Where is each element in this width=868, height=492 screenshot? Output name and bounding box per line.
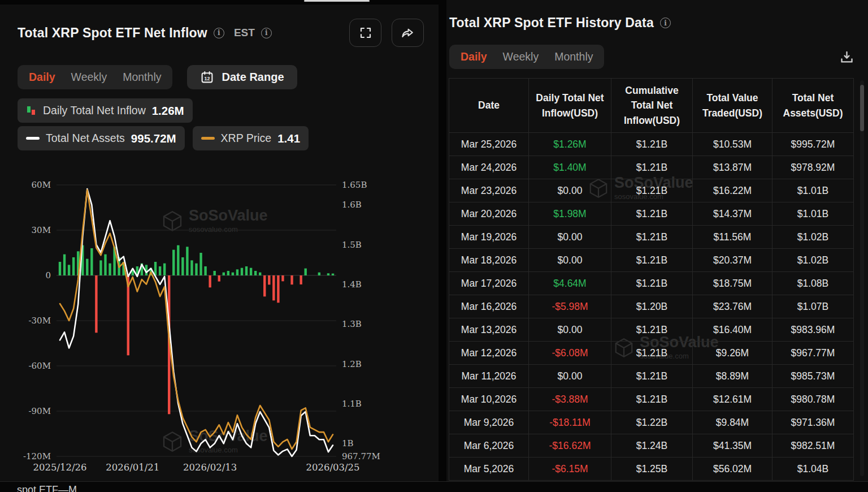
legend-daily-net-inflow[interactable]: Daily Total Net Inflow 1.26M xyxy=(18,98,193,123)
svg-text:2026/01/21: 2026/01/21 xyxy=(106,462,159,473)
cell-value: $995.72M xyxy=(772,133,854,156)
cell-date: Mar 25,2026 xyxy=(449,133,529,156)
svg-text:1.65B: 1.65B xyxy=(342,180,367,190)
table-row: Mar 5,2026-$6.15M$1.25B$56.02M$1.04B xyxy=(449,458,854,481)
cell-date: Mar 9,2026 xyxy=(449,411,529,434)
table-row: Mar 9,2026-$18.11M$1.22B$9.84M$971.36M xyxy=(449,411,854,434)
net-inflow-chart-panel: SoSoValue sosovalue.com SoSoValue sosova… xyxy=(0,5,439,481)
cell-value: $1.25B xyxy=(611,458,693,481)
cell-date: Mar 24,2026 xyxy=(449,156,529,179)
tab-weekly[interactable]: Weekly xyxy=(64,67,115,87)
svg-text:1.1B: 1.1B xyxy=(342,399,362,409)
table-row: Mar 19,2026$0.00$1.21B$11.56M$1.02B xyxy=(449,226,854,249)
assets-line-icon xyxy=(26,137,40,140)
cell-value: $1.21B xyxy=(611,388,693,411)
cell-value: -$6.15M xyxy=(529,458,611,481)
cell-value: $12.61M xyxy=(693,388,772,411)
legend-value: 995.72M xyxy=(131,132,176,145)
info-icon[interactable]: i xyxy=(261,28,272,38)
svg-text:2025/12/26: 2025/12/26 xyxy=(33,462,86,473)
cell-value: $1.21B xyxy=(611,365,693,388)
cell-value: $20.37M xyxy=(693,249,772,272)
cell-value: $1.04B xyxy=(772,458,854,481)
fullscreen-icon xyxy=(359,26,372,40)
cell-value: $8.89M xyxy=(693,365,772,388)
cell-date: Mar 17,2026 xyxy=(449,272,529,295)
table-scrollbar-thumb[interactable] xyxy=(860,85,864,131)
cell-date: Mar 19,2026 xyxy=(449,226,529,249)
history-table-container[interactable]: Date Daily Total Net Inflow(USD) Cumulat… xyxy=(449,78,859,481)
tab-daily[interactable]: Daily xyxy=(453,47,494,67)
history-table-body: Mar 25,2026$1.26M$1.21B$10.53M$995.72MMa… xyxy=(449,133,854,481)
svg-text:1.4B: 1.4B xyxy=(342,279,362,290)
cell-value: $0.00 xyxy=(529,365,611,388)
svg-text:2026/02/13: 2026/02/13 xyxy=(183,462,237,473)
svg-text:30M: 30M xyxy=(32,225,51,235)
svg-text:0: 0 xyxy=(45,270,51,280)
table-row: Mar 18,2026$0.00$1.21B$20.37M$1.02B xyxy=(449,249,854,272)
svg-text:1.2B: 1.2B xyxy=(342,359,362,369)
cell-value: -$5.98M xyxy=(529,295,611,318)
tab-monthly[interactable]: Monthly xyxy=(547,47,600,67)
table-scrollbar-track[interactable] xyxy=(860,80,864,476)
history-data-panel: SoSoValue sosovalue.com SoSoValue sosova… xyxy=(446,0,868,481)
legend-xrp-price[interactable]: XRP Price 1.41 xyxy=(193,126,309,150)
calendar-day-label: 12 xyxy=(205,76,210,81)
table-row: Mar 11,2026$0.00$1.21B$8.89M$985.73M xyxy=(449,365,854,388)
cell-value: $1.07B xyxy=(772,295,854,318)
cell-value: $0.00 xyxy=(529,249,611,272)
legend-value: 1.26M xyxy=(152,104,184,118)
col-header-net-assets: Total Net Assets(USD) xyxy=(772,79,854,133)
table-row: Mar 16,2026-$5.98M$1.20B$23.76M$1.07B xyxy=(449,295,854,318)
cell-value: $1.21B xyxy=(611,179,693,202)
download-icon xyxy=(839,50,854,65)
tab-daily[interactable]: Daily xyxy=(21,67,63,87)
svg-text:1.5B: 1.5B xyxy=(342,240,362,250)
partial-footer-text: spot ETF—M xyxy=(17,484,77,492)
cell-date: Mar 12,2026 xyxy=(449,342,529,365)
cell-value: $9.84M xyxy=(693,411,772,434)
cell-value: -$3.88M xyxy=(529,388,611,411)
bottom-divider xyxy=(0,481,868,492)
table-row: Mar 25,2026$1.26M$1.21B$10.53M$995.72M xyxy=(449,133,854,156)
cell-value: $0.00 xyxy=(529,179,611,202)
fullscreen-button[interactable] xyxy=(349,19,381,47)
cell-value: $11.56M xyxy=(693,226,772,249)
share-button[interactable] xyxy=(392,19,424,47)
table-row: Mar 20,2026$1.98M$1.21B$14.37M$1.01B xyxy=(449,202,854,226)
cell-value: $1.21B xyxy=(611,272,693,295)
share-icon xyxy=(400,26,415,40)
tab-weekly[interactable]: Weekly xyxy=(496,47,546,67)
cell-value: $1.20B xyxy=(611,295,693,318)
calendar-icon: 12 xyxy=(200,70,214,84)
cell-value: $1.24B xyxy=(611,434,693,458)
cell-value: $1.01B xyxy=(772,202,854,226)
cell-value: -$18.11M xyxy=(529,411,611,434)
legend-total-net-assets[interactable]: Total Net Assets 995.72M xyxy=(18,126,185,150)
table-period-tabs: Daily Weekly Monthly xyxy=(449,45,604,69)
date-range-button[interactable]: 12 Date Range xyxy=(187,65,297,89)
cell-date: Mar 16,2026 xyxy=(449,295,529,318)
chart-title: Total XRP Spot ETF Net Inflow xyxy=(18,25,207,41)
svg-text:1.3B: 1.3B xyxy=(342,319,362,329)
svg-text:-60M: -60M xyxy=(28,361,51,371)
info-icon[interactable]: i xyxy=(214,28,224,38)
timezone-label: EST xyxy=(234,27,255,39)
cell-value: $1.01B xyxy=(772,179,854,202)
svg-text:-30M: -30M xyxy=(28,316,51,326)
cell-value: $16.22M xyxy=(693,179,772,202)
download-button[interactable] xyxy=(839,50,854,67)
col-header-cumulative-net-inflow: Cumulative Total Net Inflow(USD) xyxy=(611,79,693,133)
cell-value: $985.73M xyxy=(772,365,854,388)
col-header-value-traded: Total Value Traded(USD) xyxy=(693,79,772,133)
tab-monthly[interactable]: Monthly xyxy=(115,67,168,87)
cell-value: $1.21B xyxy=(611,318,693,342)
chart-period-tabs: Daily Weekly Monthly xyxy=(18,65,172,89)
cell-value: $1.21B xyxy=(611,133,693,156)
info-icon[interactable]: i xyxy=(660,18,671,28)
cell-value: $1.21B xyxy=(611,249,693,272)
svg-text:-120M: -120M xyxy=(23,451,51,461)
table-row: Mar 10,2026-$3.88M$1.21B$12.61M$980.78M xyxy=(449,388,854,411)
inflow-chart-area[interactable]: 60M30M0-30M-60M-90M-120M1.65B1.6B1.5B1.4… xyxy=(23,177,396,474)
legend-label: XRP Price xyxy=(221,132,272,145)
